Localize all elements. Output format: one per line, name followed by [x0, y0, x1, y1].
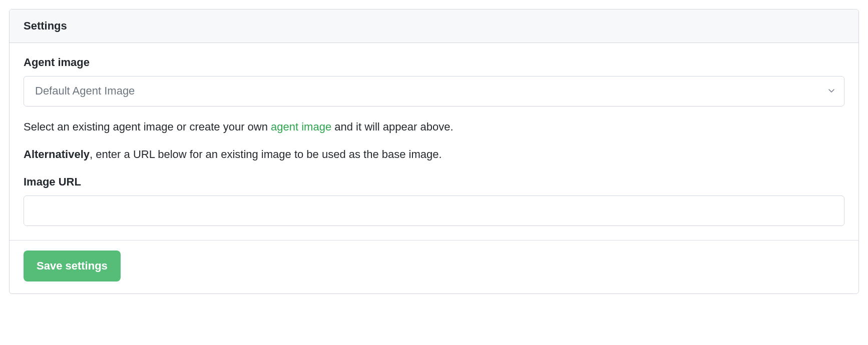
save-settings-button[interactable]: Save settings: [24, 250, 121, 282]
agent-image-select[interactable]: Default Agent Image: [24, 76, 844, 106]
settings-card: Settings Agent image Default Agent Image…: [9, 9, 859, 294]
agent-image-link[interactable]: agent image: [271, 120, 331, 133]
card-header: Settings: [10, 10, 858, 43]
agent-image-help-text: Select an existing agent image or create…: [24, 118, 844, 135]
card-title: Settings: [24, 20, 67, 32]
agent-image-label: Agent image: [24, 56, 844, 69]
help-text-suffix: and it will appear above.: [331, 120, 453, 133]
image-url-label: Image URL: [24, 176, 844, 188]
alternative-bold: Alternatively: [24, 148, 90, 160]
image-url-input[interactable]: [24, 196, 844, 226]
help-text-prefix: Select an existing agent image or create…: [24, 120, 271, 133]
card-body: Agent image Default Agent Image Select a…: [10, 43, 858, 240]
alternative-text: Alternatively, enter a URL below for an …: [24, 146, 844, 162]
alternative-rest: , enter a URL below for an existing imag…: [90, 148, 442, 160]
agent-image-select-wrap: Default Agent Image: [24, 76, 844, 106]
card-footer: Save settings: [10, 240, 858, 294]
